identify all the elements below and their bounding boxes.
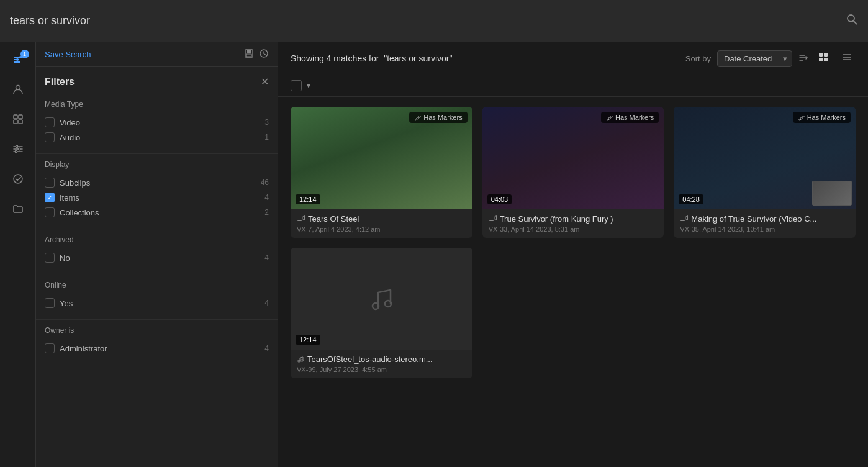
filter-label-audio: Audio: [60, 133, 260, 142]
sidebar-item-user[interactable]: [6, 78, 30, 103]
duration-vx35: 04:28: [679, 194, 703, 204]
card-meta-vx7: VX-7, April 4 2023, 4:12 am: [297, 225, 466, 233]
sidebar-item-collections[interactable]: [6, 108, 30, 133]
sidebar-item-check[interactable]: [6, 168, 30, 193]
svg-point-18: [15, 150, 17, 153]
filter-row-items: Items 4: [45, 190, 269, 205]
filter-section-archived: Archived No 4: [36, 229, 278, 274]
filter-checkbox-audio[interactable]: [45, 132, 55, 142]
filter-checkbox-subclips[interactable]: [45, 178, 55, 188]
card-meta-vx35: VX-35, April 14 2023, 10:41 am: [680, 225, 849, 233]
filter-count-items: 4: [264, 193, 269, 202]
svg-rect-36: [680, 215, 685, 221]
card-meta-vx99: VX-99, July 27 2023, 4:55 am: [297, 366, 466, 373]
close-filters-button[interactable]: ✕: [261, 76, 269, 88]
card-info-vx35: Making of True Survivor (Video C... VX-3…: [674, 209, 856, 238]
svg-rect-12: [19, 120, 22, 124]
svg-rect-34: [297, 215, 302, 221]
filter-checkbox-items[interactable]: [45, 193, 55, 202]
media-grid: Has Markers 12:14 Tears: [291, 107, 856, 378]
select-all-checkbox[interactable]: [291, 80, 302, 91]
svg-point-7: [17, 61, 20, 63]
filters-header: Filters ✕: [36, 67, 278, 94]
thumbnail-vx33: Has Markers 04:03: [482, 107, 664, 209]
sidebar-item-folder[interactable]: [6, 197, 30, 222]
query-display: "tears or survivor": [384, 53, 452, 63]
filter-row-subclips: Subclips 46: [45, 175, 269, 190]
filter-label-collections: Collections: [60, 208, 260, 217]
filter-count-no: 4: [264, 253, 269, 262]
edit-icon-vx33: [606, 114, 613, 121]
filter-checkbox-administrator[interactable]: [45, 343, 55, 353]
thumbnail-vx99: 12:14: [291, 248, 472, 350]
filter-count-collections: 2: [264, 208, 269, 217]
video-icon-vx35: [680, 215, 688, 222]
filter-badge: 1: [20, 50, 29, 58]
filter-checkbox-no[interactable]: [45, 253, 55, 263]
video-icon-vx33: [489, 215, 497, 222]
thumb-preview-vx35: [812, 181, 852, 206]
grid-save-icon-button[interactable]: [244, 48, 254, 60]
filter-section-online: Online Yes 4: [36, 274, 278, 320]
filter-row-audio: Audio 1: [45, 130, 269, 145]
sort-order-icon: [798, 53, 808, 63]
card-meta-vx33: VX-33, April 14 2023, 8:31 am: [489, 225, 658, 233]
filter-label-yes: Yes: [60, 299, 260, 308]
has-markers-badge-vx35: Has Markers: [793, 112, 851, 123]
svg-rect-28: [824, 53, 828, 57]
main-layout: 1: [0, 42, 868, 467]
filter-checkbox-video[interactable]: [45, 117, 55, 127]
history-icon-button[interactable]: [259, 48, 269, 60]
svg-rect-29: [819, 58, 823, 61]
filter-section-title-owner: Owner is: [45, 326, 269, 335]
grid-view-icon: [818, 52, 828, 62]
card-title-vx35: Making of True Survivor (Video C...: [680, 214, 849, 224]
sidebar-item-settings[interactable]: [6, 138, 30, 163]
audio-icon-vx99: [297, 355, 304, 364]
edit-icon-vx35: [798, 114, 805, 121]
filter-section-display: Display Subclips 46 Items 4 Collections …: [36, 154, 278, 229]
media-card-vx35[interactable]: Has Markers 04:28: [674, 107, 856, 238]
filter-label-administrator: Administrator: [60, 344, 260, 353]
media-card-vx99[interactable]: 12:14 TearsOfSteel_tos-audio-s: [291, 248, 472, 379]
filter-section-title-display: Display: [45, 160, 269, 169]
filter-count-subclips: 46: [261, 178, 269, 187]
main-content: Showing 4 matches for "tears or survivor…: [278, 42, 868, 467]
card-info-vx33: True Survivor (from Kung Fury ) VX-33, A…: [482, 209, 664, 238]
filter-row-video: Video 3: [45, 115, 269, 130]
svg-rect-21: [247, 50, 251, 53]
filter-checkbox-collections[interactable]: [45, 207, 55, 217]
search-button[interactable]: [846, 13, 858, 29]
filter-row-yes: Yes 4: [45, 296, 269, 311]
svg-rect-35: [489, 215, 494, 221]
list-view-button[interactable]: [838, 50, 856, 67]
filter-label-subclips: Subclips: [60, 178, 256, 188]
music-icon: [363, 280, 400, 317]
collections-icon: [12, 114, 24, 127]
filter-label-no: No: [60, 253, 260, 263]
save-search-button[interactable]: Save Search: [45, 50, 91, 59]
grid-view-button[interactable]: [815, 50, 832, 67]
search-input[interactable]: [10, 14, 839, 27]
sort-order-button[interactable]: [798, 53, 808, 65]
filters-panel: Save Search Filters: [36, 42, 278, 467]
filter-checkbox-yes[interactable]: [45, 298, 55, 308]
svg-rect-11: [14, 120, 17, 124]
sort-select[interactable]: Date Created Date Modified Title Duratio…: [717, 50, 792, 67]
filter-row-collections: Collections 2: [45, 205, 269, 220]
select-dropdown-button[interactable]: ▾: [307, 81, 310, 90]
media-card-vx33[interactable]: Has Markers 04:03 True S: [482, 107, 664, 238]
edit-icon: [414, 114, 421, 121]
svg-rect-9: [14, 115, 17, 119]
filter-section-title-archived: Archived: [45, 235, 269, 244]
card-title-vx7: Tears Of Steel: [297, 214, 466, 224]
duration-vx33: 04:03: [487, 194, 512, 204]
card-title-vx33: True Survivor (from Kung Fury ): [489, 214, 658, 224]
header-controls: Sort by Date Created Date Modified Title…: [685, 50, 856, 67]
media-card-vx7[interactable]: Has Markers 12:14 Tears: [291, 107, 472, 238]
svg-rect-10: [19, 115, 22, 119]
sidebar-item-filters[interactable]: 1: [6, 48, 30, 73]
svg-point-17: [18, 148, 20, 150]
content-header: Showing 4 matches for "tears or survivor…: [278, 42, 868, 75]
thumbnail-vx35: Has Markers 04:28: [674, 107, 856, 209]
